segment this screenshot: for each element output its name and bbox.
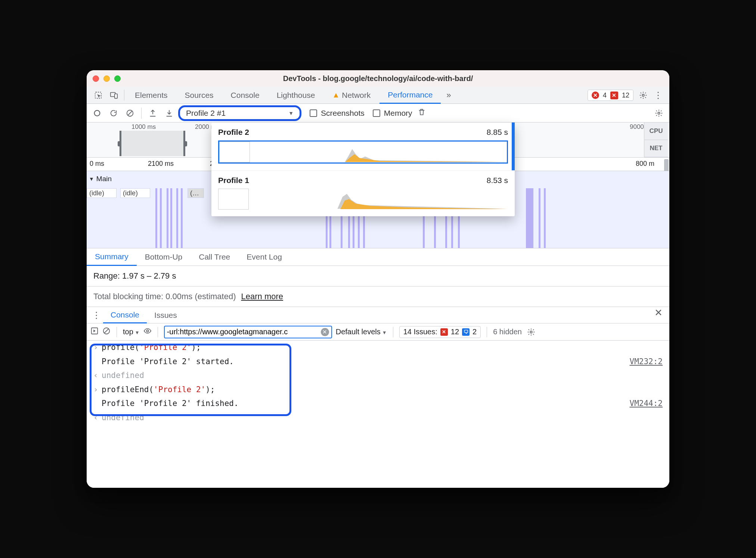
tab-sources[interactable]: Sources xyxy=(177,87,222,103)
chevron-down-icon: ▼ xyxy=(288,110,294,116)
tab-console[interactable]: Console xyxy=(223,87,268,103)
flame-idle-block[interactable]: (idle) xyxy=(120,188,150,198)
svg-line-10 xyxy=(105,329,109,333)
devtools-window: DevTools - blog.google/technology/ai/cod… xyxy=(87,70,669,488)
tab-bottom-up[interactable]: Bottom-Up xyxy=(137,248,190,266)
drawer-kebab-icon[interactable]: ⋮ xyxy=(90,307,103,323)
log-levels-dropdown[interactable]: Default levels▼ xyxy=(336,328,387,336)
svg-point-3 xyxy=(642,94,644,96)
main-tab-bar: Elements Sources Console Lighthouse ▲Net… xyxy=(87,87,669,104)
profile-list-item[interactable]: Profile 28.85 s xyxy=(211,123,515,170)
profile-select-dropdown[interactable]: Profile 2 #1 ▼ xyxy=(178,105,301,121)
console-toolbar: top▼ ✕ Default levels▼ 14 Issues: ✕12 🗨2… xyxy=(87,323,669,341)
clear-filter-icon[interactable]: ✕ xyxy=(321,328,329,336)
error-circle-icon: ✕ xyxy=(592,92,599,99)
live-expression-icon[interactable] xyxy=(143,327,152,337)
overview-net-label: NET xyxy=(644,140,668,158)
svg-point-11 xyxy=(146,330,149,332)
window-controls xyxy=(93,75,121,82)
overview-selection-handle[interactable] xyxy=(120,131,185,156)
performance-toolbar: Profile 2 #1 ▼ Screenshots Memory xyxy=(87,104,669,123)
inspect-icon[interactable] xyxy=(90,87,106,103)
flame-truncated-block[interactable]: (… xyxy=(188,188,204,198)
overview-cpu-label: CPU xyxy=(644,123,668,140)
profile-sparkline xyxy=(255,142,507,162)
close-drawer-icon[interactable]: ✕ xyxy=(651,307,666,323)
upload-profile-button[interactable] xyxy=(145,106,160,121)
tab-summary[interactable]: Summary xyxy=(87,248,137,266)
ruler-tick: 0 ms xyxy=(90,160,104,168)
profile-thumbnail xyxy=(219,142,250,162)
error-square-icon: ✕ xyxy=(440,328,448,336)
profile-list-item[interactable]: Profile 18.53 s xyxy=(211,170,515,216)
memory-checkbox[interactable]: Memory xyxy=(373,109,412,118)
console-line: › profileEnd('Profile 2'); xyxy=(87,383,669,397)
capture-settings-gear-icon[interactable] xyxy=(651,109,666,117)
hidden-count: 6 hidden xyxy=(493,328,522,336)
download-profile-button[interactable] xyxy=(162,106,177,121)
zoom-window-button[interactable] xyxy=(114,75,121,82)
tab-network[interactable]: ▲Network xyxy=(324,87,379,103)
profile-list-popover: Profile 28.85 s Profile 18.53 s xyxy=(211,123,515,216)
profile-sparkline xyxy=(254,189,508,210)
screenshots-checkbox[interactable]: Screenshots xyxy=(310,109,365,118)
titlebar: DevTools - blog.google/technology/ai/cod… xyxy=(87,70,669,87)
console-output[interactable]: › profile('Profile 2'); Profile 'Profile… xyxy=(87,341,669,488)
learn-more-link[interactable]: Learn more xyxy=(241,292,284,301)
tab-lighthouse[interactable]: Lighthouse xyxy=(269,87,323,103)
record-button[interactable] xyxy=(90,106,105,121)
close-window-button[interactable] xyxy=(93,75,99,82)
console-line: Profile 'Profile 2' started. VM232:2 xyxy=(87,355,669,369)
flame-idle-block[interactable]: (idle) xyxy=(87,188,117,198)
drawer-tab-console[interactable]: Console xyxy=(103,307,147,323)
overview-tick: 1000 ms xyxy=(131,123,156,131)
ruler-tick: 2100 ms xyxy=(148,160,174,168)
main-thread-header[interactable]: ▼Main xyxy=(89,175,112,183)
settings-gear-icon[interactable] xyxy=(636,87,651,103)
source-link[interactable]: VM244:2 xyxy=(629,397,663,410)
drawer-tabs: ⋮ Console Issues ✕ xyxy=(87,307,669,323)
console-line: › profile('Profile 2'); xyxy=(87,341,669,355)
minimize-window-button[interactable] xyxy=(103,75,110,82)
svg-point-7 xyxy=(658,112,660,114)
tab-elements[interactable]: Elements xyxy=(127,87,176,103)
warning-icon: ▲ xyxy=(332,91,340,99)
device-toolbar-icon[interactable] xyxy=(106,87,122,103)
console-line: Profile 'Profile 2' finished. VM244:2 xyxy=(87,397,669,411)
tab-call-tree[interactable]: Call Tree xyxy=(190,248,238,266)
drawer-tab-issues[interactable]: Issues xyxy=(147,307,185,323)
svg-point-4 xyxy=(94,110,100,116)
more-tabs-chevron-icon[interactable]: » xyxy=(441,87,456,103)
console-filter-input[interactable]: ✕ xyxy=(164,326,332,338)
svg-line-6 xyxy=(128,111,132,115)
range-text: Range: 1.97 s – 2.79 s xyxy=(87,266,669,286)
console-settings-gear-icon[interactable] xyxy=(526,328,537,336)
profile-thumbnail xyxy=(218,189,249,210)
context-selector[interactable]: top▼ xyxy=(123,328,140,336)
tab-event-log[interactable]: Event Log xyxy=(238,248,290,266)
svg-point-12 xyxy=(530,331,532,333)
filter-text-field[interactable] xyxy=(167,328,321,336)
info-square-icon: 🗨 xyxy=(462,328,470,336)
window-title: DevTools - blog.google/technology/ai/cod… xyxy=(283,74,473,83)
blocking-text: Total blocking time: 0.00ms (estimated) … xyxy=(87,286,669,307)
clear-button[interactable] xyxy=(123,106,137,121)
error-counter[interactable]: ✕4 ✕12 xyxy=(588,90,633,101)
reload-record-button[interactable] xyxy=(106,106,121,121)
ruler-tick: 800 m xyxy=(636,160,654,168)
svg-rect-2 xyxy=(115,94,117,98)
kebab-menu-icon[interactable]: ⋮ xyxy=(651,87,666,103)
issues-counter[interactable]: 14 Issues: ✕12 🗨2 xyxy=(399,326,481,338)
details-tabs: Summary Bottom-Up Call Tree Event Log xyxy=(87,248,669,266)
clear-console-icon[interactable] xyxy=(102,327,111,337)
console-line: ‹undefined xyxy=(87,369,669,383)
error-square-icon: ✕ xyxy=(610,92,618,99)
tab-performance[interactable]: Performance xyxy=(379,87,441,104)
delete-profile-icon[interactable] xyxy=(414,108,430,118)
source-link[interactable]: VM232:2 xyxy=(629,356,663,368)
console-sidebar-toggle-icon[interactable] xyxy=(90,327,99,337)
console-line: ‹undefined xyxy=(87,411,669,425)
